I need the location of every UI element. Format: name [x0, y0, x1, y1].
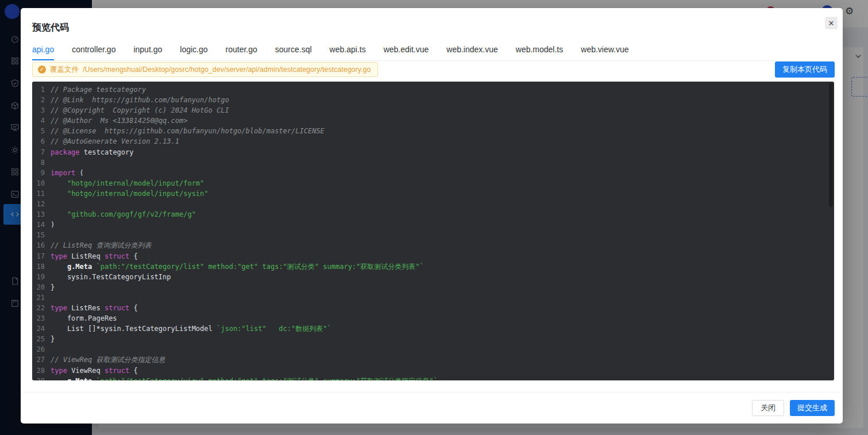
code-line: 21: [32, 292, 834, 303]
code-line: 7package testcategory: [32, 147, 834, 157]
tab-web.edit.vue[interactable]: web.edit.vue: [384, 40, 429, 60]
code-line: 8: [32, 157, 834, 168]
tab-web.index.vue[interactable]: web.index.vue: [446, 40, 498, 60]
code-line: 28type ViewReq struct {: [32, 365, 834, 376]
alert-row: ✓ 覆盖文件 /Users/mengshuai/Desktop/gosrc/ho…: [32, 61, 835, 78]
code-line: 9import (: [32, 168, 834, 178]
tab-web.view.vue[interactable]: web.view.vue: [581, 40, 628, 60]
code-scrollbar[interactable]: [829, 83, 833, 207]
code-line: 4// @Author Ms <133814250@qq.com>: [32, 116, 834, 126]
code-line: 25}: [32, 334, 834, 344]
code-lines: 1// Package testcategory2// @Link https:…: [32, 84, 834, 380]
check-icon: ✓: [38, 66, 46, 74]
code-line: 12: [32, 199, 834, 209]
code-line: 24 List []*sysin.TestCategoryListModel `…: [32, 324, 834, 334]
tab-web.model.ts[interactable]: web.model.ts: [516, 40, 563, 60]
code-line: 2// @Link https://github.com/bufanyun/ho…: [32, 95, 834, 105]
code-line: 22type ListRes struct {: [32, 303, 834, 313]
overwrite-warning: ✓ 覆盖文件 /Users/mengshuai/Desktop/gosrc/ho…: [32, 62, 378, 77]
tab-controller.go[interactable]: controller.go: [72, 40, 115, 60]
overwrite-path: /Users/mengshuai/Desktop/gosrc/hotgo_dev…: [83, 66, 371, 74]
code-line: 23 form.PageRes: [32, 313, 834, 324]
code-line: 17type ListReq struct {: [32, 251, 834, 261]
code-line: 18 g.Meta `path:"/testCategory/list" met…: [32, 261, 834, 272]
copy-page-code-button[interactable]: 复制本页代码: [775, 61, 835, 78]
code-line: 5// @License https://github.com/bufanyun…: [32, 126, 834, 136]
code-line: 20}: [32, 282, 834, 292]
code-line: 1// Package testcategory: [32, 84, 834, 95]
tab-router.go[interactable]: router.go: [226, 40, 257, 60]
tab-source.sql[interactable]: source.sql: [275, 40, 312, 60]
code-line: 16// ListReq 查询测试分类列表: [32, 240, 834, 251]
tab-logic.go[interactable]: logic.go: [180, 40, 207, 60]
code-line: 29 g.Meta `path:"/testCategory/view" met…: [32, 376, 834, 380]
modal-footer: 关闭 提交生成: [21, 392, 843, 424]
overwrite-label: 覆盖文件: [50, 65, 79, 75]
code-line: 14): [32, 220, 834, 230]
code-line: 6// @AutoGenerate Version 2.13.1: [32, 136, 834, 147]
code-line: 10 "hotgo/internal/model/input/form": [32, 178, 834, 188]
tab-input.go[interactable]: input.go: [133, 40, 162, 60]
file-tabs: api.gocontroller.goinput.gologic.goroute…: [32, 40, 835, 61]
submit-generate-button[interactable]: 提交生成: [790, 400, 835, 416]
close-modal-button[interactable]: 关闭: [752, 400, 784, 416]
code-line: 3// @Copyright Copyright (c) 2024 HotGo …: [32, 105, 834, 116]
code-line: 27// ViewReq 获取测试分类指定信息: [32, 355, 834, 365]
modal-title: 预览代码: [32, 22, 69, 34]
preview-code-modal: 预览代码 ✕ api.gocontroller.goinput.gologic.…: [21, 8, 843, 424]
code-line: 26: [32, 344, 834, 355]
close-icon: ✕: [828, 19, 835, 28]
code-line: 13 "github.com/gogf/gf/v2/frame/g": [32, 209, 834, 220]
tab-api.go[interactable]: api.go: [32, 40, 54, 60]
screen: ⚙ 预览代码 ✕ api.gocontroller.goinput.gologi…: [0, 0, 868, 435]
close-button[interactable]: ✕: [825, 17, 838, 29]
code-editor[interactable]: 1// Package testcategory2// @Link https:…: [32, 82, 834, 380]
code-line: 19 sysin.TestCategoryListInp: [32, 272, 834, 282]
code-line: 15: [32, 230, 834, 240]
code-line: 11 "hotgo/internal/model/input/sysin": [32, 188, 834, 199]
tab-web.api.ts[interactable]: web.api.ts: [330, 40, 366, 60]
